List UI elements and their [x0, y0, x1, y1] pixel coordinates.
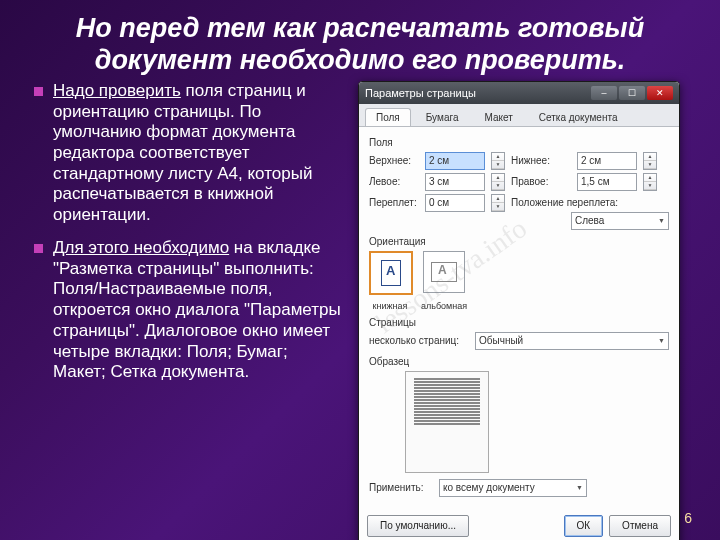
orientation-group — [369, 251, 669, 295]
bullet-item: Надо проверить поля страниц и ориентацию… — [34, 81, 344, 226]
lead-text: Для этого необходимо — [53, 238, 229, 257]
tab-grid[interactable]: Сетка документа — [528, 108, 629, 126]
spinner-icon[interactable]: ▲▼ — [491, 194, 505, 212]
minimize-icon[interactable]: – — [591, 86, 617, 100]
section-fields-label: Поля — [369, 137, 669, 148]
default-button[interactable]: По умолчанию... — [367, 515, 469, 537]
dialog-tabs: Поля Бумага Макет Сетка документа — [359, 104, 679, 127]
right-label: Правое: — [511, 176, 571, 187]
tab-paper[interactable]: Бумага — [415, 108, 470, 126]
text-column: Надо проверить поля страниц и ориентацию… — [34, 81, 344, 540]
tab-layout[interactable]: Макет — [473, 108, 523, 126]
chevron-down-icon: ▼ — [658, 217, 665, 224]
dialog-footer: По умолчанию... ОК Отмена — [359, 509, 679, 540]
content-area: Надо проверить поля страниц и ориентацию… — [0, 77, 720, 540]
bullet-icon — [34, 87, 43, 96]
pages-row: несколько страниц: Обычный▼ — [369, 332, 669, 350]
left-input[interactable]: 3 см — [425, 173, 485, 191]
rest-text: поля страниц и ориентацию страницы. По у… — [53, 81, 312, 224]
portrait-caption: книжная — [369, 301, 411, 311]
apply-select[interactable]: ко всему документу▼ — [439, 479, 587, 497]
top-label: Верхнее: — [369, 155, 419, 166]
spinner-icon[interactable]: ▲▼ — [491, 152, 505, 170]
preview-page-icon — [405, 371, 489, 473]
paragraph: Надо проверить поля страниц и ориентацию… — [53, 81, 344, 226]
lead-text: Надо проверить — [53, 81, 181, 100]
spinner-icon[interactable]: ▲▼ — [643, 152, 657, 170]
pages-label: Страницы — [369, 317, 669, 328]
portrait-icon — [381, 260, 401, 286]
tab-fields[interactable]: Поля — [365, 108, 411, 126]
orientation-label: Ориентация — [369, 236, 669, 247]
cancel-button[interactable]: Отмена — [609, 515, 671, 537]
bottom-input[interactable]: 2 см — [577, 152, 637, 170]
orientation-captions: книжная альбомная — [369, 301, 669, 311]
right-input[interactable]: 1,5 см — [577, 173, 637, 191]
chevron-down-icon: ▼ — [658, 337, 665, 344]
bullet-icon — [34, 244, 43, 253]
dialog-titlebar[interactable]: Параметры страницы – ☐ ✕ — [359, 82, 679, 104]
slide-title: Но перед тем как распечатать готовый док… — [0, 0, 720, 77]
page-setup-dialog: Параметры страницы – ☐ ✕ Поля Бумага Мак… — [358, 81, 680, 540]
apply-row: Применить: ко всему документу▼ — [369, 479, 669, 497]
margins-grid: Верхнее: 2 см ▲▼ Нижнее: 2 см ▲▼ Левое: … — [369, 152, 669, 212]
multi-pages-label: несколько страниц: — [369, 335, 469, 346]
page-number: 6 — [684, 510, 692, 526]
orientation-landscape[interactable] — [423, 251, 465, 293]
maximize-icon[interactable]: ☐ — [619, 86, 645, 100]
gutter-input[interactable]: 0 см — [425, 194, 485, 212]
landscape-icon — [431, 262, 457, 282]
paragraph: Для этого необходимо на вкладке "Разметк… — [53, 238, 344, 383]
orientation-portrait[interactable] — [369, 251, 413, 295]
gutter-pos-select[interactable]: Слева▼ — [571, 212, 669, 230]
landscape-caption: альбомная — [421, 301, 463, 311]
spinner-icon[interactable]: ▲▼ — [643, 173, 657, 191]
bullet-item: Для этого необходимо на вкладке "Разметк… — [34, 238, 344, 383]
gutter-pos-label: Положение переплета: — [511, 197, 637, 208]
chevron-down-icon: ▼ — [576, 484, 583, 491]
dialog-title: Параметры страницы — [365, 87, 589, 99]
top-input[interactable]: 2 см — [425, 152, 485, 170]
left-label: Левое: — [369, 176, 419, 187]
dialog-body: Поля Верхнее: 2 см ▲▼ Нижнее: 2 см ▲▼ Ле… — [359, 127, 679, 509]
sample-label: Образец — [369, 356, 669, 367]
close-icon[interactable]: ✕ — [647, 86, 673, 100]
spinner-icon[interactable]: ▲▼ — [491, 173, 505, 191]
apply-label: Применить: — [369, 482, 433, 493]
ok-button[interactable]: ОК — [564, 515, 604, 537]
gutter-label: Переплет: — [369, 197, 419, 208]
multi-pages-select[interactable]: Обычный▼ — [475, 332, 669, 350]
bottom-label: Нижнее: — [511, 155, 571, 166]
rest-text: на вкладке "Разметка страницы" выполнить… — [53, 238, 341, 381]
